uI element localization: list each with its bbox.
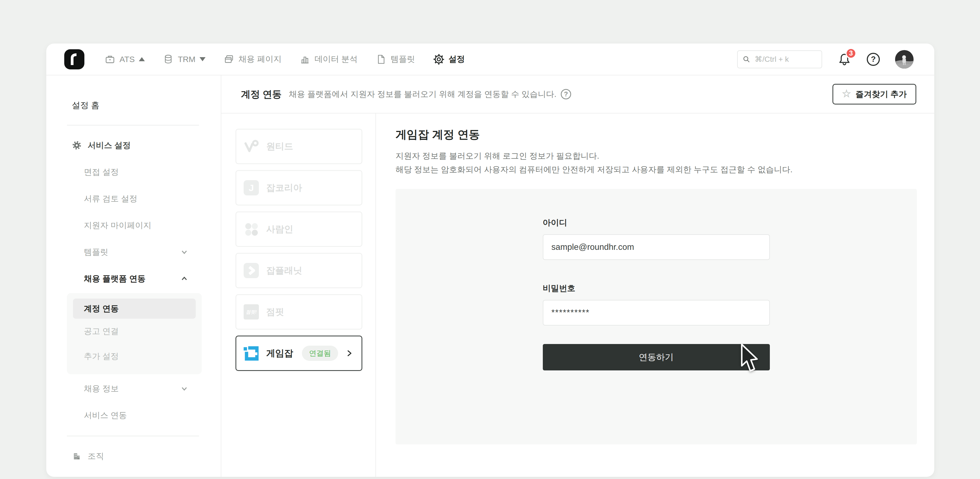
settings-sidebar: 설정 홈 서비스 설정 면접 설정 서류 검토 설정 지원자 마이페이지: [46, 75, 221, 477]
nav-item-data-analytics[interactable]: 데이터 분석: [299, 54, 358, 65]
sidebar-divider: [67, 125, 199, 126]
gamejob-link-panel: 게임잡 계정 연동 지원자 정보를 불러오기 위해 로그인 정보가 필요합니다.…: [376, 113, 934, 477]
sidebar-item-settings-home[interactable]: 설정 홈: [46, 93, 221, 118]
building-icon: [72, 451, 82, 461]
page-background: { "topnav": { "logo_letter": "r", "items…: [0, 0, 980, 479]
briefcase-icon: [105, 54, 115, 65]
nav-item-career-page[interactable]: 채용 페이지: [223, 54, 282, 65]
add-favorite-button[interactable]: ☆ 즐겨찾기 추가: [832, 84, 916, 105]
sidebar-item-label: 면접 설정: [84, 167, 119, 178]
nav-item-templates[interactable]: 템플릿: [375, 54, 415, 65]
sidebar-item-label: 조직: [88, 451, 104, 462]
user-avatar[interactable]: [895, 50, 913, 68]
sidebar-item-document-review[interactable]: 서류 검토 설정: [46, 185, 221, 212]
sidebar-item-label: 서비스 연동: [84, 410, 127, 421]
panel-description-line2: 해당 정보는 암호화되어 사용자의 컴퓨터에만 안전하게 저장되고 사용자를 제…: [396, 163, 916, 177]
platform-integration-submenu: 계정 연동 공고 연결 추가 설정: [67, 293, 202, 374]
bar-chart-icon: [299, 54, 310, 65]
info-icon[interactable]: ?: [561, 89, 571, 99]
platform-card-wanted[interactable]: 원티드: [235, 129, 362, 164]
wanted-logo-icon: [243, 138, 259, 154]
page-title: 계정 연동: [241, 88, 282, 101]
platform-name: 점핏: [266, 306, 284, 318]
platform-card-jumpit[interactable]: 점핏! 점핏: [235, 294, 362, 329]
sidebar-item-label: 지원자 마이페이지: [84, 220, 151, 231]
id-field[interactable]: [543, 234, 770, 260]
platform-name: 잡플래닛: [266, 264, 302, 277]
account-link-content: 원티드 J 잡코리아: [221, 113, 934, 477]
pages-icon: [223, 54, 234, 65]
sidebar-item-label: 채용 플랫폼 연동: [84, 273, 146, 285]
nav-item-ats[interactable]: ATS: [105, 54, 145, 65]
app-window: ATS TRM 채용 페이지: [46, 43, 934, 477]
gear-icon: [72, 140, 82, 150]
sidebar-item-service-link[interactable]: 서비스 연동: [46, 402, 221, 429]
sidebar-item-posting-link[interactable]: 공고 연결: [67, 319, 202, 344]
sidebar-item-account-link[interactable]: 계정 연동: [73, 299, 196, 319]
sidebar-item-extra-settings[interactable]: 추가 설정: [67, 344, 202, 369]
password-label: 비밀번호: [543, 283, 770, 294]
notification-badge: 3: [846, 48, 856, 59]
nav-item-trm[interactable]: TRM: [163, 54, 205, 65]
sidebar-item-applicant-mypage[interactable]: 지원자 마이페이지: [46, 212, 221, 239]
caret-up-icon: [139, 57, 145, 61]
round-logo[interactable]: [64, 49, 84, 69]
top-navigation-bar: ATS TRM 채용 페이지: [46, 43, 934, 75]
sidebar-item-recruit-info[interactable]: 채용 정보: [46, 375, 221, 402]
panel-title: 게임잡 계정 연동: [396, 127, 916, 142]
mouse-cursor: [739, 344, 760, 373]
chevron-down-icon: [180, 384, 189, 393]
nav-right-group: 3 ?: [737, 50, 913, 68]
jumpit-logo-icon: 점핏!: [243, 304, 259, 320]
chevron-down-icon: [180, 248, 189, 256]
sidebar-item-service-settings[interactable]: 서비스 설정: [46, 132, 221, 159]
help-glyph: ?: [871, 55, 876, 64]
chevron-up-icon: [180, 274, 189, 283]
search-icon: [743, 55, 751, 64]
caret-down-icon: [200, 57, 205, 61]
panel-description-line1: 지원자 정보를 불러오기 위해 로그인 정보가 필요합니다.: [396, 149, 916, 163]
add-favorite-label: 즐겨찾기 추가: [856, 89, 907, 100]
app-body: 설정 홈 서비스 설정 면접 설정 서류 검토 설정 지원자 마이페이지: [46, 75, 934, 477]
sidebar-item-label: 템플릿: [84, 247, 108, 258]
jobplanet-logo-icon: [243, 263, 259, 278]
nav-item-settings[interactable]: 설정: [433, 54, 465, 65]
sidebar-item-label: 서류 검토 설정: [84, 193, 137, 204]
connected-status-badge: 연결됨: [302, 345, 338, 361]
password-field[interactable]: [543, 300, 770, 326]
page-header: 계정 연동 채용 플랫폼에서 지원자 정보를 불러오기 위해 계정을 연동할 수…: [221, 75, 934, 113]
gamejob-logo-icon: [243, 345, 259, 361]
platform-card-jobkorea[interactable]: J 잡코리아: [235, 170, 362, 205]
search-input[interactable]: [754, 55, 817, 64]
nav-menu: ATS TRM 채용 페이지: [105, 54, 465, 65]
credentials-form: 아이디 비밀번호 연동하기: [543, 189, 770, 371]
credentials-form-panel: 아이디 비밀번호 연동하기: [396, 189, 917, 444]
file-icon: [375, 54, 387, 65]
platform-card-jobplanet[interactable]: 잡플래닛: [235, 253, 362, 288]
gear-icon: [433, 54, 445, 65]
id-label: 아이디: [543, 217, 770, 228]
platform-card-gamejob[interactable]: 게임잡 연결됨: [235, 336, 362, 371]
page-description: 채용 플랫폼에서 지원자 정보를 불러오기 위해 계정을 연동할 수 있습니다.: [289, 89, 557, 100]
sidebar-item-organization[interactable]: 조직: [46, 443, 221, 469]
platform-list: 원티드 J 잡코리아: [221, 113, 376, 477]
sidebar-item-interview-settings[interactable]: 면접 설정: [46, 159, 221, 185]
notifications-button[interactable]: 3: [837, 52, 851, 67]
panel-description: 지원자 정보를 불러오기 위해 로그인 정보가 필요합니다. 해당 정보는 암호…: [396, 149, 916, 177]
content-area: 계정 연동 채용 플랫폼에서 지원자 정보를 불러오기 위해 계정을 연동할 수…: [221, 75, 934, 477]
platform-card-saramin[interactable]: 사람인: [235, 212, 362, 247]
sidebar-item-label: 채용 정보: [84, 383, 119, 395]
database-icon: [163, 54, 174, 65]
platform-name: 게임잡: [266, 347, 293, 360]
nav-label: 데이터 분석: [314, 54, 358, 65]
help-button[interactable]: ?: [867, 53, 880, 66]
sidebar-item-templates[interactable]: 템플릿: [46, 239, 221, 265]
sidebar-item-platform-integration[interactable]: 채용 플랫폼 연동: [46, 265, 221, 292]
saramin-logo-icon: [243, 221, 259, 237]
link-account-button[interactable]: 연동하기: [543, 344, 770, 371]
sidebar-item-label: 서비스 설정: [88, 140, 130, 151]
sidebar-divider: [67, 436, 199, 436]
global-search[interactable]: [737, 50, 822, 68]
nav-label: 채용 페이지: [239, 54, 282, 65]
platform-name: 잡코리아: [266, 182, 302, 194]
